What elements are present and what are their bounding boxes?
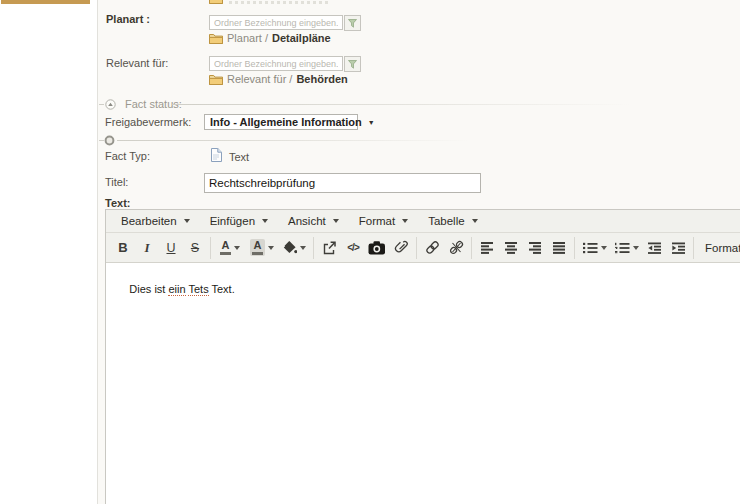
italic-icon: I	[144, 240, 149, 256]
section-tick	[99, 104, 104, 105]
planart-folder-input[interactable]	[209, 15, 343, 30]
attachment-button[interactable]	[389, 236, 413, 260]
numbered-list-button[interactable]	[610, 236, 642, 260]
editor-menubar: Bearbeiten Einfügen Ansicht Format Tabel…	[106, 210, 740, 233]
align-left-button[interactable]	[475, 236, 499, 260]
chevron-down-icon	[601, 246, 607, 250]
chevron-down-icon	[402, 219, 408, 223]
formats-button[interactable]: Formate	[697, 238, 740, 258]
content-text: Dies ist	[129, 283, 168, 295]
misspelled-word: Tets	[188, 283, 208, 296]
freigabevermerk-select[interactable]: Info - Allgemeine Information ▼	[204, 114, 358, 130]
document-icon	[210, 148, 222, 162]
background-color-button[interactable]: A	[246, 236, 278, 260]
menu-einfuegen[interactable]: Einfügen	[200, 212, 278, 230]
numbered-list-icon	[614, 242, 630, 254]
toolbar-separator	[416, 237, 417, 259]
bullet-list-icon	[582, 242, 598, 254]
relevant-fuer-folder-input[interactable]	[209, 56, 343, 71]
menu-tabelle[interactable]: Tabelle	[418, 212, 487, 230]
titel-input[interactable]	[204, 173, 481, 193]
indent-button[interactable]	[666, 236, 690, 260]
folder-icon	[209, 74, 223, 85]
source-code-button[interactable]: </>	[341, 236, 365, 260]
screen: Planart : Planart / Detailpläne Relevant…	[0, 0, 740, 504]
editor-toolbar: B I U S A A	[106, 233, 740, 263]
background-color-icon: A	[250, 239, 265, 256]
insert-link-button[interactable]	[420, 236, 444, 260]
align-left-icon	[480, 241, 494, 254]
folder-icon	[209, 33, 223, 44]
bold-button[interactable]: B	[111, 236, 135, 260]
menu-format[interactable]: Format	[349, 212, 418, 230]
text-color-icon: A	[220, 240, 231, 255]
planart-path-link[interactable]: Planart / Detailpläne	[209, 32, 331, 44]
camera-button[interactable]	[365, 236, 389, 260]
toolbar-separator	[471, 237, 472, 259]
underline-button[interactable]: U	[159, 236, 183, 260]
relevant-fuer-filter-button[interactable]	[344, 56, 361, 72]
toolbar-separator	[693, 237, 694, 259]
chevron-down-icon	[300, 246, 306, 250]
formats-label: Formate	[705, 242, 740, 254]
menu-label: Format	[359, 215, 395, 227]
menu-bearbeiten[interactable]: Bearbeiten	[111, 212, 200, 230]
section-rule	[172, 104, 732, 105]
fill-color-button[interactable]	[278, 236, 310, 260]
freigabevermerk-label: Freigabevermerk:	[105, 116, 191, 128]
external-link-icon	[322, 241, 336, 255]
align-right-icon	[528, 241, 542, 254]
menu-label: Tabelle	[428, 215, 464, 227]
paint-bucket-icon	[283, 241, 297, 254]
strikethrough-button[interactable]: S	[183, 236, 207, 260]
filter-icon	[348, 19, 357, 28]
collapsed-section-toggle[interactable]	[104, 135, 115, 146]
chevron-down-icon	[633, 246, 639, 250]
menu-ansicht[interactable]: Ansicht	[278, 212, 349, 230]
path-prefix: Planart /	[227, 32, 268, 44]
unlink-icon	[449, 240, 464, 255]
accent-bar	[1, 0, 90, 4]
path-value: Detailpläne	[272, 32, 331, 44]
align-right-button[interactable]	[523, 236, 547, 260]
outdent-button[interactable]	[642, 236, 666, 260]
editor-content-area[interactable]: Dies ist eiin Tets Text.	[106, 263, 740, 504]
remove-link-button[interactable]	[444, 236, 468, 260]
link-icon	[425, 240, 440, 255]
text-color-button[interactable]: A	[214, 236, 246, 260]
path-prefix: Relevant für /	[227, 73, 292, 85]
strikethrough-icon: S	[191, 241, 199, 255]
menu-label: Ansicht	[288, 215, 326, 227]
align-justify-button[interactable]	[547, 236, 571, 260]
toolbar-separator	[210, 237, 211, 259]
filter-icon	[348, 60, 357, 69]
fact-typ-value: Text	[229, 151, 249, 163]
titel-label: Titel:	[105, 176, 128, 188]
content-text: Text.	[209, 283, 235, 295]
outdent-icon	[647, 242, 662, 254]
align-justify-icon	[552, 241, 566, 254]
toolbar-separator	[574, 237, 575, 259]
bullet-list-button[interactable]	[578, 236, 610, 260]
relevant-fuer-path-link[interactable]: Relevant für / Behörden	[209, 73, 348, 85]
planart-filter-button[interactable]	[344, 15, 361, 31]
align-center-button[interactable]	[499, 236, 523, 260]
indent-icon	[671, 242, 686, 254]
path-value: Behörden	[296, 73, 347, 85]
fact-status-collapse-toggle[interactable]	[105, 99, 116, 110]
chevron-down-icon	[268, 246, 274, 250]
section-rule	[117, 140, 547, 141]
chevron-down-icon	[333, 219, 339, 223]
menu-label: Bearbeiten	[121, 215, 177, 227]
open-link-button[interactable]	[317, 236, 341, 260]
toolbar-separator	[313, 237, 314, 259]
misspelled-word: eiin	[168, 283, 185, 296]
relevant-fuer-label: Relevant für:	[106, 57, 168, 69]
chevron-down-icon	[184, 219, 190, 223]
italic-button[interactable]: I	[135, 236, 159, 260]
richtext-editor: Bearbeiten Einfügen Ansicht Format Tabel…	[105, 209, 740, 504]
menu-label: Einfügen	[210, 215, 255, 227]
chevron-down-icon: ▼	[368, 119, 375, 126]
cutoff-text-remnant	[229, 1, 331, 4]
paperclip-icon	[394, 240, 409, 255]
